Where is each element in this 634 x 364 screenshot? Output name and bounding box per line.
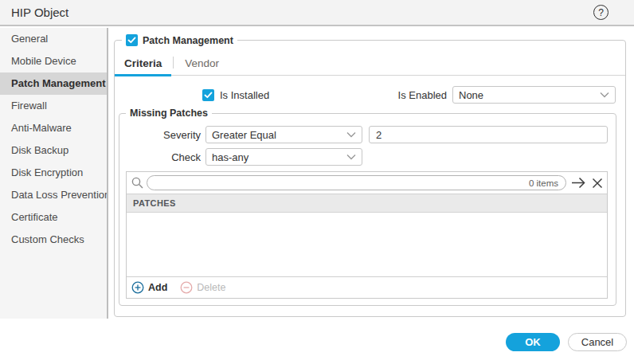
patch-management-group-legend: Patch Management	[122, 33, 237, 47]
chevron-down-icon	[600, 92, 609, 98]
search-icon	[131, 176, 144, 190]
ok-button[interactable]: OK	[506, 333, 560, 351]
close-icon	[592, 178, 603, 189]
patches-search-row: 0 items	[127, 172, 607, 194]
missing-patches-group-label: Missing Patches	[126, 108, 212, 119]
is-installed-checkbox[interactable]	[202, 89, 214, 101]
severity-operator-select[interactable]: Greater Equal	[205, 126, 362, 143]
patches-column-header[interactable]: PATCHES	[127, 194, 607, 213]
check-icon	[204, 92, 213, 99]
plus-circle-icon	[131, 281, 144, 294]
sidebar-item-disk-encryption[interactable]: Disk Encryption	[0, 162, 107, 184]
main-panel: Patch Management Criteria Vendor	[108, 28, 634, 319]
dialog-title: HIP Object	[11, 6, 68, 19]
sidebar-item-certificate[interactable]: Certificate	[0, 206, 107, 229]
patch-management-enable-checkbox[interactable]	[126, 34, 138, 46]
sidebar-item-general[interactable]: General	[0, 28, 107, 50]
arrow-right-icon	[571, 177, 586, 189]
sidebar-item-patch-management[interactable]: Patch Management	[0, 72, 107, 95]
items-count-badge: 0 items	[529, 178, 558, 188]
sidebar-item-firewall[interactable]: Firewall	[0, 95, 107, 117]
patches-table-toolbar: Add Delete	[127, 276, 607, 298]
sidebar-item-mobile-device[interactable]: Mobile Device	[0, 50, 107, 72]
chevron-down-icon	[346, 154, 356, 160]
tab-criteria-label: Criteria	[124, 57, 162, 69]
tab-separator	[173, 57, 174, 68]
dialog-footer: OK Cancel	[506, 333, 627, 351]
is-enabled-value: None	[459, 89, 600, 101]
chevron-down-icon	[346, 131, 356, 138]
check-select[interactable]: has-any	[205, 148, 362, 166]
check-row: Check has-any	[123, 148, 608, 166]
missing-patches-group: Missing Patches Severity Greater Equal C…	[119, 113, 616, 306]
help-glyph: ?	[598, 7, 604, 18]
patches-table: 0 items	[126, 171, 608, 299]
is-enabled-label: Is Enabled	[398, 89, 447, 101]
add-button[interactable]: Add	[131, 281, 167, 294]
sidebar-item-data-loss-prevention[interactable]: Data Loss Prevention	[0, 184, 107, 206]
hip-object-dialog: HIP Object ? General Mobile Device Patch…	[0, 0, 634, 364]
sidebar-item-custom-checks[interactable]: Custom Checks	[0, 229, 107, 251]
patches-search-pill: 0 items	[147, 175, 566, 190]
minus-circle-icon	[180, 281, 193, 294]
cancel-button[interactable]: Cancel	[568, 333, 627, 351]
severity-row: Severity Greater Equal	[123, 126, 608, 143]
tab-vendor-label: Vendor	[185, 57, 219, 69]
is-installed-group: Is Installed	[202, 89, 269, 101]
is-enabled-select[interactable]: None	[452, 86, 616, 104]
patch-management-group: Patch Management Criteria Vendor	[114, 40, 626, 317]
sidebar-item-disk-backup[interactable]: Disk Backup	[0, 139, 107, 162]
clear-filter-button[interactable]	[592, 178, 603, 189]
check-label: Check	[123, 151, 201, 163]
patch-management-group-label: Patch Management	[143, 35, 233, 46]
is-installed-label: Is Installed	[220, 89, 269, 101]
severity-value-input[interactable]	[369, 126, 608, 143]
severity-label: Severity	[123, 129, 201, 141]
patches-table-body	[127, 213, 607, 276]
sidebar-item-anti-malware[interactable]: Anti-Malware	[0, 117, 107, 139]
add-button-label: Add	[148, 282, 167, 293]
delete-button-label: Delete	[197, 282, 225, 293]
delete-button[interactable]: Delete	[180, 281, 225, 294]
installed-enabled-row: Is Installed Is Enabled None	[124, 86, 616, 104]
is-enabled-group: Is Enabled None	[398, 86, 616, 104]
help-icon[interactable]: ?	[593, 5, 609, 20]
dialog-header: HIP Object ?	[0, 0, 634, 26]
severity-operator-value: Greater Equal	[212, 129, 346, 141]
check-value: has-any	[212, 151, 346, 163]
sidebar: General Mobile Device Patch Management F…	[0, 28, 108, 319]
apply-filter-arrow-button[interactable]	[571, 177, 586, 189]
patches-search-input[interactable]	[154, 178, 529, 189]
check-icon	[127, 37, 136, 44]
